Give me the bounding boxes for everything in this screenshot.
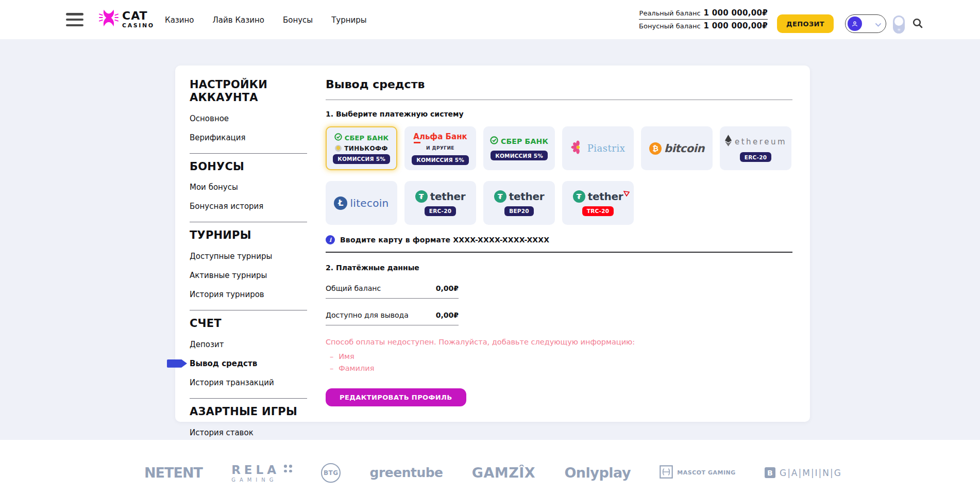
sidebar-item-bonus-history[interactable]: Бонусная история (190, 202, 307, 211)
sidebar-item-available-tournaments[interactable]: Доступные турниры (190, 252, 307, 261)
gamzix-logo: GAMZÎX (472, 465, 535, 481)
sidebar-item-transaction-history[interactable]: История транзакций (190, 378, 307, 387)
payment-tile-ethereum[interactable]: ethereum ERC-20 (720, 126, 791, 170)
litecoin-icon: Ł (334, 196, 347, 210)
greentube-logo: greentube (370, 465, 443, 480)
netent-logo: NETENT (144, 465, 202, 481)
sidebar-section-gambling: АЗАРТНЫЕ ИГРЫ (190, 405, 307, 418)
sidebar-section-account-settings: НАСТРОЙКИ АККАУНТА (190, 78, 307, 104)
tether-label: tether (588, 190, 623, 203)
step2-label: 2. Платёжные данные (326, 264, 792, 272)
sidebar-item-active-tournaments[interactable]: Активные турниры (190, 271, 307, 280)
withdrawal-content: Вывод средств 1. Выберите платежную сист… (326, 72, 792, 406)
available-balance-row: Доступно для вывода 0,00₽ (326, 311, 459, 325)
payment-tile-alfabank[interactable]: Альфа Банк И ДРУГИЕ КОМИССИЯ 5% (404, 126, 476, 170)
real-balance-value: 1 000 000,00₽ (704, 8, 768, 18)
payment-tile-tether-trc20[interactable]: ₮ tether TRC-20 (562, 181, 634, 225)
total-balance-label: Общий баланс (326, 284, 381, 292)
page-title: Вывод средств (326, 78, 792, 91)
bep20-badge: BEP20 (504, 206, 533, 216)
tether-label: tether (430, 190, 466, 203)
payment-methods-grid: СБЕР БАНК ТИНЬКОФФ КОМИССИЯ 5% Альфа Бан… (326, 126, 792, 225)
logo-text-cat: CAT (122, 10, 155, 22)
sidebar-item-deposit[interactable]: Депозит (190, 340, 307, 349)
sidebar-divider (190, 153, 307, 154)
tether-icon: ₮ (415, 190, 428, 203)
account-card: НАСТРОЙКИ АККАУНТА Основное Верификация … (175, 65, 810, 422)
sber-logo-icon (334, 133, 342, 143)
missing-fields-list: Имя Фамилия (326, 352, 792, 372)
sber-logo-icon (490, 136, 498, 146)
payment-tile-piastrix[interactable]: Piastrix (562, 126, 634, 170)
sidebar-item-verification[interactable]: Верификация (190, 133, 307, 142)
chevron-down-icon (875, 19, 881, 29)
main-nav: Казино Лайв Казино Бонусы Турниры (165, 15, 367, 25)
providers-footer: NETENT RELA GAMING BTG greentube GAMZÎX … (0, 440, 980, 492)
ethereum-icon (724, 135, 732, 149)
alfa-sublabel: И ДРУГИЕ (426, 145, 454, 151)
withdrawal-balances: Общий баланс 0,00₽ Доступно для вывода 0… (326, 284, 459, 325)
deposit-button[interactable]: ДЕПОЗИТ (777, 14, 834, 33)
profile-menu-button[interactable] (845, 14, 886, 33)
search-button[interactable] (912, 18, 923, 31)
balance-panel: Реальный баланс 1 000 000,00₽ Бонусный б… (639, 7, 768, 32)
tinkoff-logo-icon (335, 145, 342, 152)
relax-dots-icon (284, 465, 292, 472)
nav-tournaments[interactable]: Турниры (331, 15, 366, 25)
sidebar-section-tournaments: ТУРНИРЫ (190, 229, 307, 242)
active-item-marker (167, 359, 187, 368)
sidebar-item-withdrawal[interactable]: Вывод средств (190, 359, 307, 368)
nav-live-casino[interactable]: Лайв Казино (213, 15, 264, 25)
bitcoin-label: bitcoin (664, 142, 704, 155)
sidebar-item-bet-history[interactable]: История ставок (190, 428, 307, 437)
total-balance-row: Общий баланс 0,00₽ (326, 284, 459, 299)
sidebar-item-main[interactable]: Основное (190, 114, 307, 123)
card-format-text: Вводите карту в формате XXXX-XXXX-XXXX-X… (340, 236, 549, 244)
payment-tile-litecoin[interactable]: Ł litecoin (326, 181, 397, 225)
payment-tile-sber[interactable]: СБЕР БАНК КОМИССИЯ 5% (483, 126, 555, 170)
nav-casino[interactable]: Казино (165, 15, 194, 25)
bitcoin-icon: ₿ (649, 142, 662, 155)
hamburger-menu-button[interactable] (66, 13, 83, 26)
litecoin-label: litecoin (350, 197, 388, 209)
payment-tile-tether-bep20[interactable]: ₮ tether BEP20 (483, 181, 555, 225)
commission-badge: КОМИССИЯ 5% (333, 154, 390, 164)
mascot-gaming-logo: MASCOT GAMING (660, 465, 735, 481)
real-balance-label: Реальный баланс (639, 9, 701, 17)
available-balance-value: 0,00₽ (436, 311, 459, 319)
top-header: CAT CASINO Казино Лайв Казино Бонусы Тур… (0, 0, 980, 39)
tether-icon: ₮ (573, 190, 585, 203)
tether-icon: ₮ (494, 190, 506, 203)
edit-profile-button[interactable]: РЕДАКТИРОВАТЬ ПРОФИЛЬ (326, 388, 466, 406)
payment-tile-bitcoin[interactable]: ₿ bitcoin (641, 126, 713, 170)
tinkoff-label: ТИНЬКОФФ (344, 145, 387, 152)
sidebar-divider (190, 310, 307, 310)
step1-label: 1. Выберите платежную систему (326, 110, 792, 118)
account-sidebar: НАСТРОЙКИ АККАУНТА Основное Верификация … (190, 72, 307, 447)
nav-bonuses[interactable]: Бонусы (283, 15, 313, 25)
ethereum-label: ethereum (735, 137, 787, 146)
theme-toggle[interactable]: ☀ (893, 15, 905, 34)
sun-icon: ☀ (893, 27, 905, 32)
payment-tile-tether-erc20[interactable]: ₮ tether ERC-20 (404, 181, 476, 225)
erc20-badge: ERC-20 (740, 152, 771, 162)
info-icon: i (326, 235, 335, 244)
sber-label: СБЕР БАНК (501, 137, 548, 145)
alfa-label: Альфа Банк (413, 132, 467, 141)
toggle-knob (894, 17, 903, 26)
sidebar-divider (190, 398, 307, 399)
missing-field-last-name: Фамилия (330, 364, 792, 372)
piastrix-flower-icon (571, 140, 585, 156)
payment-tile-sber-tinkoff[interactable]: СБЕР БАНК ТИНЬКОФФ КОМИССИЯ 5% (326, 126, 397, 170)
sidebar-item-tournament-history[interactable]: История турниров (190, 290, 307, 299)
erc20-badge: ERC-20 (425, 206, 456, 216)
cat-logo-icon (99, 8, 119, 30)
relax-gaming-logo: RELA GAMING (231, 463, 292, 483)
bonus-balance-label: Бонусный баланс (639, 22, 700, 30)
sidebar-item-my-bonuses[interactable]: Мои бонусы (190, 183, 307, 192)
tron-icon (623, 187, 630, 199)
sber-label: СБЕР БАНК (345, 134, 389, 142)
logo-text-casino: CASINO (122, 23, 155, 28)
cat-casino-logo[interactable]: CAT CASINO (99, 8, 155, 30)
sidebar-section-account: СЧЕТ (190, 317, 307, 330)
